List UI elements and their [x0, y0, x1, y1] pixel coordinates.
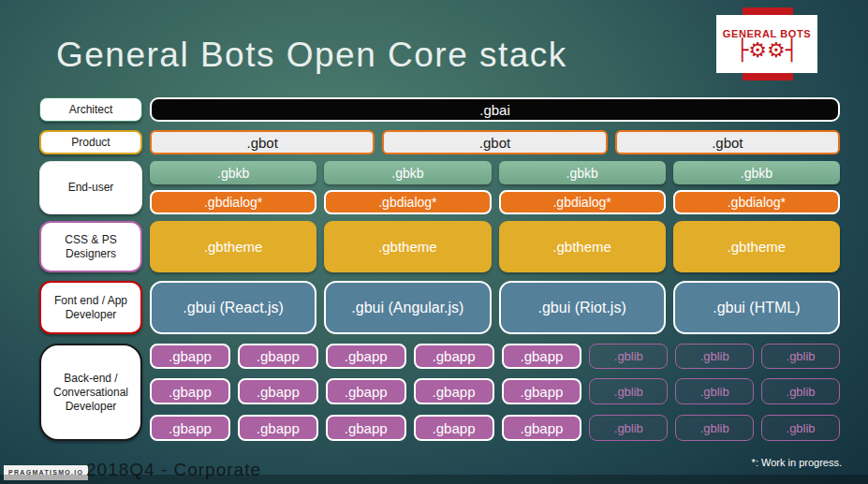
role-label-css-ps-designers: CSS & PS Designers — [39, 221, 142, 272]
role-label-end-user: End-user — [39, 161, 142, 214]
gblib-box: .gblib — [589, 344, 668, 369]
gbdialog-box: .gbdialog* — [673, 190, 840, 214]
role-label-product: Product — [39, 130, 142, 154]
gbui-html-box: .gbui (HTML) — [673, 281, 840, 334]
general-bots-logo: GENERAL BOTS ├⚙⚙┤ — [716, 15, 817, 73]
gbtheme-box: .gbtheme — [499, 221, 666, 272]
gbot-box: .gbot — [615, 130, 840, 154]
gbui-react-box: .gbui (React.js) — [150, 281, 316, 334]
gbai-box: .gbai — [150, 97, 840, 122]
row-backend-2: .gbapp .gbapp .gbapp .gbapp .gbapp .gbli… — [150, 378, 840, 404]
gbot-box: .gbot — [150, 130, 375, 154]
gbtheme-box: .gbtheme — [150, 221, 316, 272]
gbapp-box: .gbapp — [150, 415, 230, 441]
page-title: General Bots Open Core stack — [56, 36, 567, 75]
gbapp-box: .gbapp — [238, 344, 318, 369]
gbapp-box: .gbapp — [414, 378, 494, 404]
row-gbai: .gbai — [150, 97, 840, 122]
gbapp-box: .gbapp — [326, 415, 406, 441]
row-backend-1: .gbapp .gbapp .gbapp .gbapp .gbapp .gbli… — [150, 344, 840, 369]
gbapp-box: .gbapp — [414, 415, 494, 441]
gbapp-box: .gbapp — [150, 378, 230, 404]
gblib-box: .gblib — [675, 415, 754, 441]
gblib-box: .gblib — [589, 378, 668, 404]
row-backend-3: .gbapp .gbapp .gbapp .gbapp .gbapp .gbli… — [150, 415, 840, 441]
gbapp-box: .gbapp — [150, 344, 230, 369]
role-label-architect: Architect — [39, 97, 142, 122]
row-gbdialog: .gbdialog* .gbdialog* .gbdialog* .gbdial… — [150, 190, 840, 214]
gbkb-box: .gbkb — [673, 161, 840, 184]
gbapp-box: .gbapp — [326, 344, 406, 369]
gbdialog-box: .gbdialog* — [150, 190, 316, 214]
row-gbtheme: .gbtheme .gbtheme .gbtheme .gbtheme — [150, 221, 840, 272]
gblib-box: .gblib — [761, 415, 840, 441]
logo-wordmark: GENERAL BOTS — [723, 28, 811, 39]
gbapp-box: .gbapp — [502, 415, 582, 441]
role-label-frontend-app-developer: Font end / App Developer — [39, 281, 142, 334]
gears-icon: ├⚙⚙┤ — [736, 40, 798, 61]
gbapp-box: .gbapp — [326, 378, 406, 404]
row-gbui: .gbui (React.js) .gbui (Angular.js) .gbu… — [150, 281, 840, 334]
gbui-angular-box: .gbui (Angular.js) — [324, 281, 491, 334]
gbkb-box: .gbkb — [150, 161, 316, 184]
gblib-box: .gblib — [761, 378, 840, 404]
gbapp-box: .gbapp — [238, 415, 318, 441]
gbapp-box: .gbapp — [414, 344, 494, 369]
gbdialog-box: .gbdialog* — [499, 190, 666, 214]
gbot-box: .gbot — [382, 130, 607, 154]
row-gbot: .gbot .gbot .gbot — [150, 130, 840, 154]
gbui-riot-box: .gbui (Riot.js) — [499, 281, 666, 334]
gblib-box: .gblib — [675, 344, 754, 369]
role-label-backend-conversational-developer: Back-end / Conversational Developer — [39, 344, 142, 441]
gbdialog-box: .gbdialog* — [324, 190, 491, 214]
gbkb-box: .gbkb — [499, 161, 666, 184]
bottom-shade — [0, 475, 868, 484]
work-in-progress-note: *: Work in progress. — [752, 457, 842, 468]
row-gbkb: .gbkb .gbkb .gbkb .gbkb — [150, 161, 840, 184]
gbtheme-box: .gbtheme — [673, 221, 840, 272]
slide-canvas: General Bots Open Core stack GENERAL BOT… — [0, 0, 868, 484]
gbtheme-box: .gbtheme — [324, 221, 491, 272]
gblib-box: .gblib — [675, 378, 754, 404]
gbkb-box: .gbkb — [324, 161, 491, 184]
gbapp-box: .gbapp — [238, 378, 318, 404]
gbapp-box: .gbapp — [502, 378, 582, 404]
gblib-box: .gblib — [589, 415, 668, 441]
gblib-box: .gblib — [761, 344, 840, 369]
gbapp-box: .gbapp — [502, 344, 582, 369]
